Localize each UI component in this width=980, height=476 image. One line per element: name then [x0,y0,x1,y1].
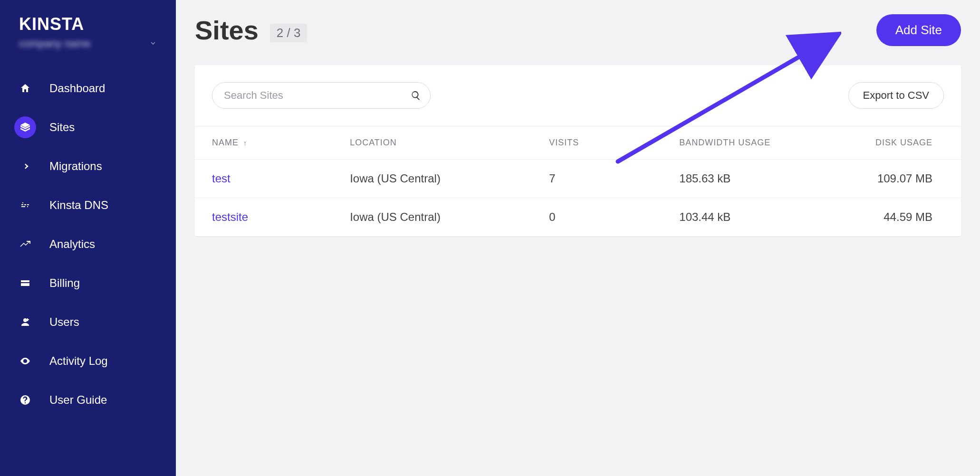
sidebar-item-label: Activity Log [49,354,108,368]
cell-bandwidth: 103.44 kB [662,198,831,237]
sidebar-item-analytics[interactable]: Analytics [0,225,176,264]
cell-visits: 0 [532,198,662,237]
sidebar-item-activity-log[interactable]: Activity Log [0,342,176,381]
sidebar-item-user-guide[interactable]: User Guide [0,381,176,419]
cell-disk: 109.07 MB [831,160,961,198]
sites-card: Export to CSV Name ↑ Location Visits Ban… [195,65,961,236]
home-icon [14,77,36,99]
sidebar-item-label: Billing [49,276,80,290]
eye-icon [14,350,36,372]
sidebar-item-label: Migrations [49,160,102,173]
table-header-row: Name ↑ Location Visits Bandwidth Usage D… [195,126,961,160]
sidebar-item-sites[interactable]: Sites [0,108,176,147]
users-icon [14,311,36,333]
sidebar: KINSTA company name Dashboard Sites [0,0,176,476]
col-header-disk[interactable]: Disk Usage [831,126,961,160]
col-header-location[interactable]: Location [333,126,532,160]
sidebar-item-dns[interactable]: Kinsta DNS [0,186,176,225]
table-row[interactable]: testsite Iowa (US Central) 0 103.44 kB 4… [195,198,961,237]
sidebar-nav: Dashboard Sites Migrations Kinsta DNS [0,69,176,419]
cell-location: Iowa (US Central) [333,160,532,198]
chevron-down-icon [149,38,157,50]
add-site-button[interactable]: Add Site [876,14,961,46]
search-icon [411,90,421,101]
col-header-name[interactable]: Name ↑ [195,126,333,160]
export-csv-button[interactable]: Export to CSV [848,82,944,109]
dns-icon [14,194,36,216]
sidebar-item-billing[interactable]: Billing [0,264,176,303]
sites-table: Name ↑ Location Visits Bandwidth Usage D… [195,126,961,236]
col-header-bandwidth[interactable]: Bandwidth Usage [662,126,831,160]
cell-bandwidth: 185.63 kB [662,160,831,198]
sidebar-item-label: Users [49,315,79,329]
table-row[interactable]: test Iowa (US Central) 7 185.63 kB 109.0… [195,160,961,198]
company-selector[interactable]: company name [0,37,176,69]
cell-visits: 7 [532,160,662,198]
card-toolbar: Export to CSV [195,65,961,126]
sidebar-item-migrations[interactable]: Migrations [0,147,176,186]
sidebar-item-label: User Guide [49,393,107,407]
search-input[interactable] [212,82,431,109]
billing-icon [14,272,36,294]
layers-icon [14,116,36,138]
sidebar-item-label: Analytics [49,238,95,251]
page-header: Sites 2 / 3 Add Site [195,14,961,46]
sort-asc-icon: ↑ [243,139,247,147]
sidebar-item-label: Kinsta DNS [49,199,108,212]
sidebar-item-users[interactable]: Users [0,303,176,342]
page-count-badge: 2 / 3 [270,24,307,42]
cell-location: Iowa (US Central) [333,198,532,237]
sidebar-item-dashboard[interactable]: Dashboard [0,69,176,108]
help-icon [14,389,36,411]
analytics-icon [14,233,36,255]
col-header-visits[interactable]: Visits [532,126,662,160]
sidebar-item-label: Sites [49,121,75,134]
main-content: Sites 2 / 3 Add Site Export to CSV Name [176,0,980,476]
sidebar-item-label: Dashboard [49,82,105,95]
migrate-icon [14,155,36,177]
cell-disk: 44.59 MB [831,198,961,237]
search-wrap [212,82,431,109]
site-link[interactable]: test [212,172,231,185]
page-title: Sites [195,15,259,46]
site-link[interactable]: testsite [212,210,248,223]
brand-logo: KINSTA [0,14,176,37]
company-name: company name [19,38,90,50]
